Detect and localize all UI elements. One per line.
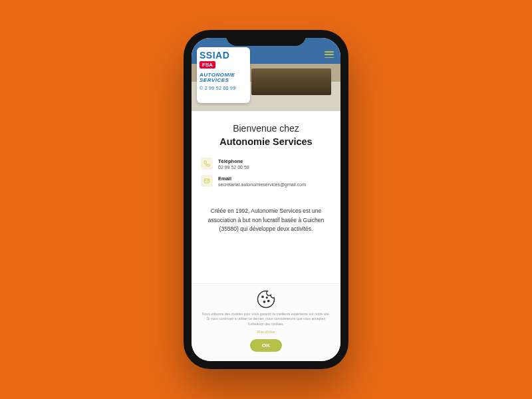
cookie-banner: Nous utilisons des cookies pour vous gar… — [192, 283, 340, 361]
cookie-more-link[interactable]: Plus d'infos — [201, 330, 331, 334]
welcome-subtitle: Bienvenue chez — [200, 123, 332, 134]
phone-icon — [201, 158, 213, 170]
cookie-icon — [256, 289, 276, 309]
phone-label: Téléphone — [218, 158, 249, 164]
email-row: Email secretariat.autonomieservices@gmai… — [201, 175, 331, 187]
hero-photo: SSIAD FSA AUTONOMIE SERVICES © 2 99 52 0… — [192, 38, 340, 111]
sign-phone: © 2 99 52 00 99 — [200, 86, 247, 90]
phone-notch — [226, 30, 306, 46]
page-content: SSIAD FSA AUTONOMIE SERVICES © 2 99 52 0… — [192, 38, 340, 361]
cookie-accept-button[interactable]: OK — [250, 339, 282, 352]
page-title: Autonomie Services — [200, 136, 332, 147]
email-icon — [201, 175, 213, 187]
phone-row: Téléphone 02 99 52 00 59 — [201, 158, 331, 170]
sign-logo-text: SSIAD — [200, 50, 247, 61]
svg-point-2 — [263, 301, 265, 302]
svg-point-1 — [262, 296, 263, 297]
building-sign: SSIAD FSA AUTONOMIE SERVICES © 2 99 52 0… — [197, 47, 250, 103]
intro-paragraph: Créée en 1992, Autonomie Services est un… — [192, 200, 340, 241]
sign-fsa-badge: FSA — [200, 61, 215, 68]
phone-screen: SSIAD FSA AUTONOMIE SERVICES © 2 99 52 0… — [192, 38, 340, 361]
hamburger-menu[interactable] — [325, 51, 334, 58]
contact-block: Téléphone 02 99 52 00 59 Email secretari… — [192, 154, 340, 200]
phone-value[interactable]: 02 99 52 00 59 — [218, 165, 249, 170]
sign-company-name: AUTONOMIE SERVICES — [200, 72, 247, 83]
email-label: Email — [218, 176, 306, 182]
svg-point-4 — [266, 297, 267, 298]
svg-point-3 — [268, 300, 269, 301]
page-headings: Bienvenue chez Autonomie Services — [192, 111, 340, 154]
sign-name-line2: SERVICES — [200, 78, 247, 83]
email-value[interactable]: secretariat.autonomieservices@gmail.com — [218, 182, 306, 187]
cookie-text: Nous utilisons des cookies pour vous gar… — [201, 312, 331, 327]
phone-mockup: SSIAD FSA AUTONOMIE SERVICES © 2 99 52 0… — [184, 30, 348, 369]
